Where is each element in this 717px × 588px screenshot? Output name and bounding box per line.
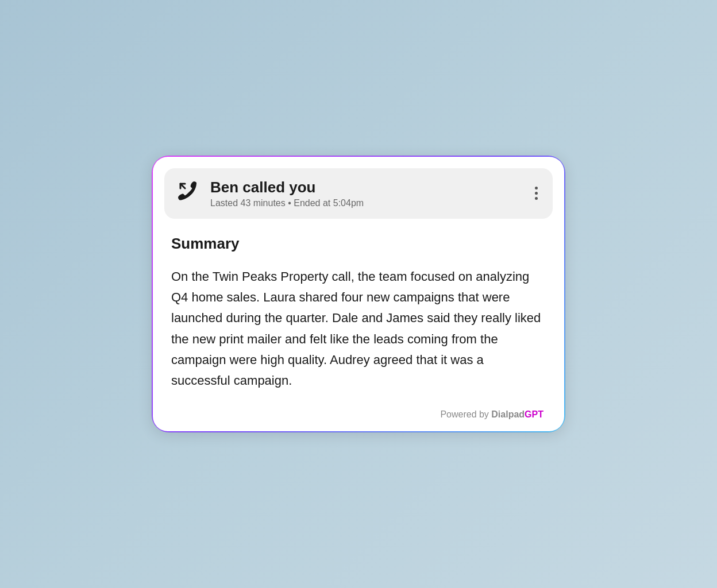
call-info: Ben called you Lasted 43 minutes • Ended…	[210, 179, 364, 208]
call-meta: Lasted 43 minutes • Ended at 5:04pm	[210, 198, 364, 208]
dot2	[535, 192, 538, 195]
summary-heading: Summary	[171, 235, 546, 253]
phone-incoming-icon	[176, 179, 201, 208]
summary-section: Summary On the Twin Peaks Property call,…	[164, 235, 553, 420]
powered-by-footer: Powered by DialpadGPT	[171, 409, 546, 420]
call-header: Ben called you Lasted 43 minutes • Ended…	[164, 168, 553, 219]
call-summary-card: Ben called you Lasted 43 minutes • Ended…	[152, 156, 565, 433]
call-title: Ben called you	[210, 179, 364, 196]
dot3	[535, 197, 538, 200]
summary-body: On the Twin Peaks Property call, the tea…	[171, 266, 546, 392]
powered-by-prefix: Powered by	[440, 409, 491, 419]
gpt-label: GPT	[525, 409, 543, 419]
dot1	[535, 187, 538, 189]
brand-name: Dialpad	[491, 409, 525, 419]
call-header-left: Ben called you Lasted 43 minutes • Ended…	[176, 179, 364, 208]
more-menu-button[interactable]	[531, 183, 541, 203]
